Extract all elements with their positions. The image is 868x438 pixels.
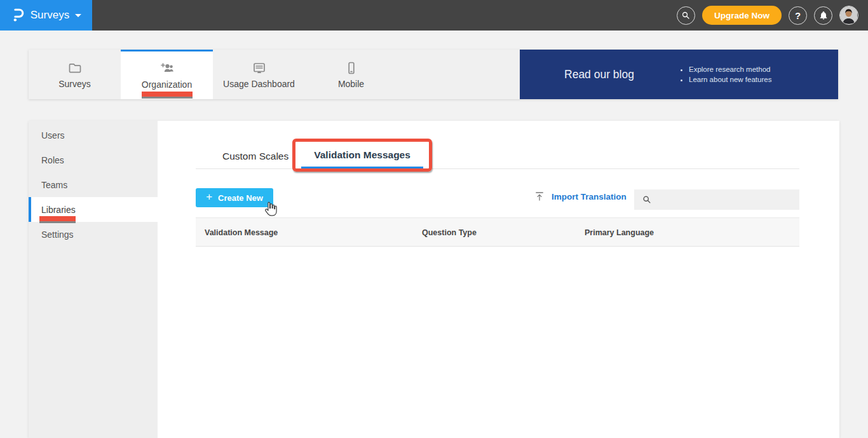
help-button[interactable]: ?: [789, 6, 807, 25]
libraries-content: Custom Scales Validation Messages + Crea…: [158, 121, 839, 438]
column-header-question-type: Question Type: [422, 218, 477, 247]
module-nav-strip: Surveys Organization Usage Dashboard: [29, 50, 838, 99]
nav-tab-mobile[interactable]: Mobile: [305, 50, 397, 99]
sidebar-item-label: Roles: [41, 155, 64, 165]
top-bar: Surveys Upgrade Now ?: [0, 0, 868, 31]
banner-bullet: Learn about new features: [689, 76, 771, 83]
sidebar-item-label: Libraries: [41, 205, 76, 215]
nav-tab-label: Mobile: [338, 79, 364, 89]
question-mark-icon: ?: [795, 10, 801, 21]
questionpro-logo-icon: [11, 7, 25, 24]
create-new-label: Create New: [218, 193, 263, 203]
nav-tab-label: Organization: [142, 79, 192, 90]
tab-label: Validation Messages: [314, 149, 410, 161]
chevron-down-icon: [75, 14, 81, 20]
banner-bullet-list: Explore research method Learn about new …: [679, 63, 771, 86]
upgrade-now-button[interactable]: Upgrade Now: [702, 6, 782, 25]
sidebar-item-roles[interactable]: Roles: [29, 147, 158, 172]
dashboard-icon: [252, 60, 267, 76]
nav-tab-usage-dashboard[interactable]: Usage Dashboard: [213, 50, 305, 99]
banner-bullet: Explore research method: [689, 65, 771, 73]
sidebar-item-libraries[interactable]: Libraries: [29, 197, 158, 222]
topbar-actions: Upgrade Now ?: [677, 6, 868, 25]
product-switcher[interactable]: Surveys: [0, 0, 92, 31]
search-icon: [642, 195, 652, 205]
folder-icon: [67, 60, 83, 76]
tab-custom-scales[interactable]: Custom Scales: [210, 144, 301, 168]
sidebar-item-users[interactable]: Users: [29, 123, 158, 147]
validation-table-header: Validation Message Question Type Primary…: [196, 217, 799, 247]
column-header-validation-message: Validation Message: [205, 218, 278, 247]
bell-icon: [818, 10, 829, 20]
add-people-icon: [159, 61, 175, 76]
nav-tab-surveys[interactable]: Surveys: [29, 50, 121, 99]
sidebar-item-label: Users: [41, 130, 65, 140]
search-icon: [681, 10, 691, 20]
notifications-button[interactable]: [814, 6, 832, 25]
red-underline-annotation: [39, 216, 76, 221]
create-new-button[interactable]: + Create New: [196, 188, 273, 207]
nav-tab-label: Surveys: [58, 79, 91, 89]
import-translation-link[interactable]: Import Translation: [534, 191, 627, 202]
user-avatar[interactable]: [839, 6, 858, 25]
mobile-phone-icon: [344, 60, 359, 76]
table-search: [634, 189, 799, 210]
tab-validation-messages[interactable]: Validation Messages: [301, 144, 423, 168]
global-search-button[interactable]: [677, 6, 695, 25]
organization-panel: Users Roles Teams Libraries Settings Cus…: [29, 121, 839, 438]
sidebar-item-label: Teams: [41, 180, 67, 190]
import-translation-label: Import Translation: [552, 192, 627, 202]
product-name: Surveys: [31, 9, 69, 22]
library-tabs: Custom Scales Validation Messages: [196, 144, 799, 169]
column-header-primary-language: Primary Language: [585, 218, 654, 247]
tab-label: Custom Scales: [222, 151, 288, 162]
nav-tab-organization[interactable]: Organization: [121, 50, 213, 99]
sidebar-item-label: Settings: [41, 229, 74, 240]
import-upload-icon: [534, 191, 545, 202]
red-underline-annotation: [142, 92, 193, 97]
sidebar-item-teams[interactable]: Teams: [29, 172, 158, 197]
nav-tab-label: Usage Dashboard: [223, 79, 295, 89]
blog-banner[interactable]: Read our blog Explore research method Le…: [520, 50, 838, 99]
plus-icon: +: [206, 191, 212, 203]
banner-title: Read our blog: [520, 68, 679, 81]
search-input[interactable]: [657, 195, 799, 205]
organization-sidebar: Users Roles Teams Libraries Settings: [29, 121, 158, 438]
sidebar-item-settings[interactable]: Settings: [29, 222, 158, 247]
